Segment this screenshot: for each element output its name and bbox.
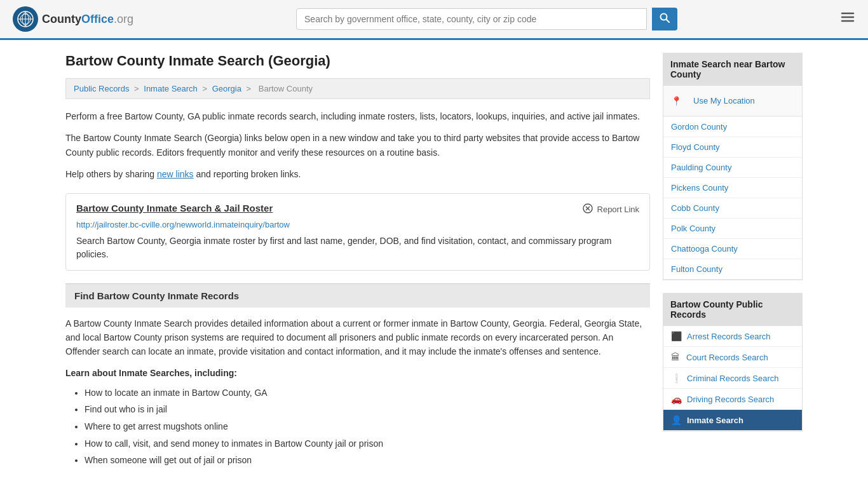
nearby-county-paulding: Paulding County (663, 158, 802, 178)
resource-url[interactable]: http://jailroster.bc-cville.org/newworld… (76, 220, 639, 229)
bullet-item-2: Where to get arrest mugshots online (85, 418, 650, 435)
hamburger-menu-button[interactable] (840, 10, 855, 29)
criminal-icon: ❕ (671, 373, 682, 383)
help-text: Help others by sharing new links and rep… (65, 167, 650, 181)
driving-records-item: 🚗 Driving Records Search (663, 389, 802, 410)
breadcrumb-sep1: > (134, 84, 141, 93)
report-icon (582, 203, 593, 216)
resource-card: Bartow County Inmate Search & Jail Roste… (65, 193, 650, 271)
bullet-item-0: How to locate an inmate in Bartow County… (85, 384, 650, 402)
bullet-item-3: How to call, visit, and send money to in… (85, 435, 650, 452)
breadcrumb-georgia[interactable]: Georgia (212, 84, 241, 93)
court-records-link[interactable]: Court Records Search (686, 353, 768, 362)
bullet-item-4: When someone will get out of jail or pri… (85, 452, 650, 469)
logo-icon (13, 6, 38, 32)
pickens-county-link[interactable]: Pickens County (663, 178, 802, 198)
description-paragraph-2: The Bartow County Inmate Search (Georgia… (65, 131, 650, 159)
resource-card-header: Bartow County Inmate Search & Jail Roste… (76, 203, 639, 216)
report-link-label: Report Link (597, 205, 639, 214)
description-paragraph-1: Perform a free Bartow County, GA public … (65, 109, 650, 123)
floyd-county-link[interactable]: Floyd County (663, 137, 802, 157)
content-area: Bartow County Inmate Search (Georgia) Pu… (65, 53, 650, 482)
learn-bullet-list: How to locate an inmate in Bartow County… (65, 384, 650, 469)
nearby-section: Inmate Search near Bartow County 📍 Use M… (663, 53, 803, 280)
fulton-county-link[interactable]: Fulton County (663, 259, 802, 279)
find-records-text: A Bartow County Inmate Search provides d… (65, 316, 650, 359)
breadcrumb-inmate-search[interactable]: Inmate Search (144, 84, 198, 93)
svg-line-6 (667, 20, 670, 23)
polk-county-link[interactable]: Polk County (663, 219, 802, 238)
nearby-county-pickens: Pickens County (663, 178, 802, 198)
use-location-item: 📍 Use My Location (663, 86, 802, 117)
page-title: Bartow County Inmate Search (Georgia) (65, 53, 650, 69)
nearby-county-gordon: Gordon County (663, 117, 802, 137)
nearby-county-list: 📍 Use My Location Gordon County Floyd Co… (663, 86, 803, 280)
driving-icon: 🚗 (671, 394, 682, 404)
breadcrumb: Public Records > Inmate Search > Georgia… (65, 78, 650, 99)
arrest-icon: ⬛ (671, 331, 682, 341)
sidebar: Inmate Search near Bartow County 📍 Use M… (663, 53, 803, 482)
inmate-search-item: 👤 Inmate Search (663, 410, 802, 431)
search-input[interactable] (296, 8, 647, 30)
main-container: Bartow County Inmate Search (Georgia) Pu… (53, 40, 815, 488)
nearby-county-polk: Polk County (663, 219, 802, 239)
public-records-list: ⬛ Arrest Records Search 🏛 Court Records … (663, 326, 803, 431)
driving-records-link[interactable]: Driving Records Search (687, 395, 774, 404)
nearby-county-floyd: Floyd County (663, 137, 802, 158)
logo-text: CountyOffice.org (42, 13, 133, 26)
breadcrumb-public-records[interactable]: Public Records (74, 84, 129, 93)
cobb-county-link[interactable]: Cobb County (663, 198, 802, 218)
nearby-section-title: Inmate Search near Bartow County (663, 53, 803, 86)
court-records-item: 🏛 Court Records Search (663, 347, 802, 368)
site-header: CountyOffice.org (0, 0, 868, 40)
chattooga-county-link[interactable]: Chattooga County (663, 239, 802, 259)
paulding-county-link[interactable]: Paulding County (663, 158, 802, 177)
resource-description: Search Bartow County, Georgia inmate ros… (76, 234, 639, 261)
location-pin-icon: 📍 (671, 96, 682, 106)
nearby-county-chattooga: Chattooga County (663, 239, 802, 259)
inmate-search-link[interactable]: Inmate Search (687, 416, 743, 425)
gordon-county-link[interactable]: Gordon County (663, 117, 802, 137)
report-link-button[interactable]: Report Link (582, 203, 639, 216)
learn-heading: Learn about Inmate Searches, including: (65, 368, 650, 378)
use-my-location-link[interactable]: Use My Location (686, 91, 763, 111)
public-records-title: Bartow County Public Records (663, 293, 803, 326)
bullet-item-1: Find out who is in jail (85, 401, 650, 418)
public-records-section: Bartow County Public Records ⬛ Arrest Re… (663, 293, 803, 431)
breadcrumb-sep2: > (202, 84, 209, 93)
new-links-link[interactable]: new links (157, 169, 194, 179)
find-records-header: Find Bartow County Inmate Records (65, 283, 650, 308)
breadcrumb-current: Bartow County (259, 84, 313, 93)
criminal-records-link[interactable]: Criminal Records Search (687, 374, 779, 383)
use-location-container: 📍 Use My Location (663, 86, 802, 116)
help-text-post: and reporting broken links. (194, 169, 301, 179)
find-records-section: Find Bartow County Inmate Records A Bart… (65, 283, 650, 469)
nearby-county-fulton: Fulton County (663, 259, 802, 280)
arrest-records-item: ⬛ Arrest Records Search (663, 326, 802, 347)
resource-title-link[interactable]: Bartow County Inmate Search & Jail Roste… (76, 203, 273, 214)
search-area (296, 8, 677, 30)
search-button[interactable] (652, 8, 677, 30)
court-icon: 🏛 (671, 352, 681, 362)
inmate-icon: 👤 (671, 415, 682, 425)
help-text-pre: Help others by sharing (65, 169, 157, 179)
arrest-records-link[interactable]: Arrest Records Search (687, 332, 771, 341)
criminal-records-item: ❕ Criminal Records Search (663, 368, 802, 389)
breadcrumb-sep3: > (247, 84, 254, 93)
nearby-county-cobb: Cobb County (663, 198, 802, 219)
logo-area: CountyOffice.org (13, 6, 133, 32)
